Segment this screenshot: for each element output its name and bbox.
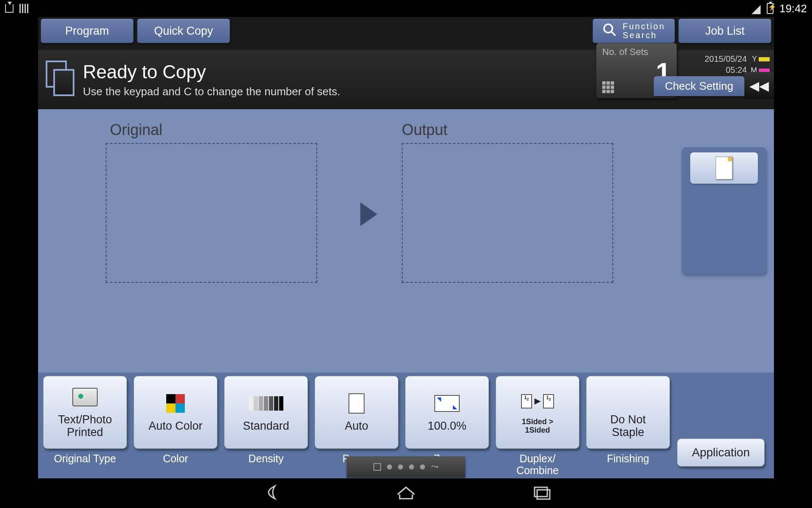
- meta-time: 05:24: [705, 64, 747, 75]
- paper-tray-panel: [682, 147, 766, 274]
- search-icon: [602, 22, 617, 40]
- zoom-icon: [434, 395, 460, 412]
- original-preview: [106, 143, 317, 283]
- rewind-icon: ◀◀: [749, 78, 769, 93]
- android-status-bar: ◢ 19:42: [0, 0, 812, 17]
- arrow-right-icon: [360, 202, 377, 226]
- status-subtitle: Use the keypad and C to change the numbe…: [83, 85, 340, 98]
- svg-line-1: [612, 31, 616, 36]
- svg-point-0: [604, 24, 613, 33]
- status-title: Ready to Copy: [83, 61, 340, 83]
- job-list-button[interactable]: Job List: [678, 19, 771, 43]
- output-label: Output: [402, 121, 447, 139]
- dock-square-icon: [373, 463, 381, 471]
- keypad-icon: [602, 81, 614, 93]
- color-button[interactable]: Auto Color: [134, 376, 217, 449]
- bars-icon: [19, 4, 28, 13]
- program-button[interactable]: Program: [41, 19, 134, 43]
- wifi-icon: ◢: [752, 2, 761, 16]
- drawer-tab-button[interactable]: ◀◀: [744, 72, 774, 99]
- density-button[interactable]: Standard: [224, 376, 308, 449]
- check-setting-button[interactable]: Check Setting: [654, 76, 744, 96]
- copy-icon: [46, 61, 75, 99]
- book-icon: [72, 388, 98, 406]
- application-button[interactable]: Application: [677, 439, 765, 467]
- meta-date: 2015/05/24: [705, 53, 747, 64]
- zoom-button[interactable]: 100.0%: [405, 376, 489, 449]
- original-type-button[interactable]: Text/Photo Printed: [43, 376, 127, 449]
- paper-icon: [348, 393, 365, 414]
- back-button[interactable]: [258, 484, 283, 502]
- original-label: Original: [110, 121, 162, 139]
- color-swatch-icon: [166, 394, 185, 413]
- duplex-icon: 12▶12: [521, 394, 554, 409]
- recent-apps-button[interactable]: [529, 484, 554, 502]
- duplex-combine-button[interactable]: 12▶12 1Sided > 1Sided: [496, 376, 579, 449]
- android-nav-bar: [0, 478, 812, 508]
- dock-arrow-icon: ⤳: [431, 461, 439, 472]
- finishing-button[interactable]: Do Not Staple: [586, 376, 670, 449]
- clock: 19:42: [779, 2, 807, 15]
- main-area: Original Output: [38, 109, 774, 373]
- paper-button[interactable]: Auto: [315, 376, 398, 449]
- function-search-button[interactable]: Function Search: [593, 19, 675, 43]
- sets-label: No. of Sets: [602, 47, 671, 58]
- page-icon: [716, 157, 732, 179]
- home-button[interactable]: [393, 484, 419, 502]
- density-icon: [249, 396, 283, 411]
- copier-screen: Program Quick Copy Function Search Job L…: [38, 17, 774, 478]
- download-icon: [5, 4, 14, 13]
- battery-icon: [767, 3, 774, 14]
- paper-tray-button[interactable]: [690, 152, 758, 184]
- quick-copy-button[interactable]: Quick Copy: [137, 19, 230, 43]
- output-preview: [402, 143, 613, 283]
- page-dock[interactable]: ⤳: [347, 456, 465, 478]
